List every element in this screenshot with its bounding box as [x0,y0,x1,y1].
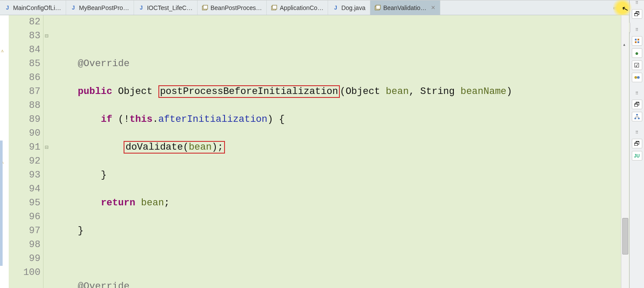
junit-view-button[interactable]: JU [632,151,642,161]
tab-label: MyBeanPostPro… [79,4,129,11]
fold-toggle[interactable]: ⊟ [44,29,50,43]
line-number: 89 [9,113,40,127]
tab-label: ApplicationCo… [280,4,323,11]
line-number: 86 [9,71,40,85]
code-line[interactable]: doValidate(bean); [50,141,629,154]
drag-handle-icon[interactable]: ⠿ [635,93,638,97]
tab-tools: ▭ 🗗 ↖ Close [613,0,629,15]
line-number: 95 [9,196,40,210]
svg-rect-3 [272,5,277,9]
code-lines[interactable]: @Override public Object postProcessBefor… [50,15,629,288]
line-number: 83 [9,29,40,43]
class-file-icon [271,5,277,11]
code-line[interactable]: } [50,224,629,238]
svg-rect-1 [203,5,208,9]
svg-point-11 [637,76,640,79]
editor-area: J MainConfigOfLi… J MyBeanPostPro… J IOC… [0,0,629,288]
class-file-icon [375,5,381,11]
tab-ioctest[interactable]: J IOCTest_LifeC… [134,0,198,15]
java-file-icon: J [332,5,339,11]
code-line[interactable]: } [50,168,629,182]
drag-handle-icon[interactable]: ⠿ [635,2,638,7]
line-number: 99 [9,252,40,266]
line-number: 88 [9,99,40,113]
editor-tabbar: J MainConfigOfLi… J MyBeanPostPro… J IOC… [0,0,629,15]
line-number: 85 [9,57,40,71]
svg-rect-5 [376,5,380,9]
code-line[interactable] [50,252,629,266]
svg-rect-9 [637,41,639,43]
line-number: 90 [9,127,40,141]
code-line[interactable]: @Override [50,57,629,71]
svg-rect-8 [635,41,637,43]
svg-rect-7 [637,39,639,40]
line-number: 98 [9,238,40,252]
line-number: 87 [9,85,40,99]
tab-beanvalidation-class[interactable]: BeanValidatio… ✕ [370,0,440,15]
tab-mybeanpost[interactable]: J MyBeanPostPro… [66,0,134,15]
code-line[interactable]: return bean; [50,196,629,210]
tab-label: BeanValidatio… [383,4,426,11]
maximize-icon[interactable]: 🗗 [621,5,626,11]
scrollbar-thumb[interactable] [622,218,628,255]
line-number: 93 [9,168,40,182]
code-editor[interactable]: ⚠ ⚠ 82 83 84 85 86 87 88 89 90 91 92 93 … [0,15,629,288]
tasks-view-button[interactable]: ☑ [632,60,642,70]
svg-rect-14 [638,118,640,119]
svg-rect-6 [635,39,637,40]
code-line[interactable]: if (!this.afterInitialization) { [50,113,629,127]
svg-rect-12 [636,114,638,115]
drag-handle-icon[interactable]: ⠿ [635,132,638,136]
main-area: J MainConfigOfLi… J MyBeanPostPro… J IOC… [0,0,644,288]
drag-handle-icon[interactable]: ⠿ [635,29,638,33]
java-file-icon: J [138,5,144,11]
tab-mainconfig[interactable]: J MainConfigOfLi… [0,0,66,15]
line-number: 94 [9,182,40,196]
scroll-up-icon[interactable]: ▴ [623,38,626,52]
vertical-scrollbar[interactable]: ▴ [621,15,629,288]
line-number: 96 [9,210,40,224]
marker-margin: ⚠ ⚠ [0,15,9,288]
line-number: 97 [9,224,40,238]
restore-view-button[interactable]: 🗗 [632,9,642,19]
change-segment [0,141,3,266]
java-file-icon: J [70,5,77,11]
right-trim-bar: ⠿ 🗗 ⠿ ● ☑ ⠿ 🗗 ⠿ 🗗 JU [629,0,644,288]
hierarchy-view-button[interactable] [632,112,642,121]
fold-toggle[interactable]: ⊟ [44,141,50,154]
java-file-icon: J [4,5,10,11]
line-number: 84 [9,43,40,57]
tab-label: Dog.java [341,4,365,11]
class-file-icon [202,5,208,11]
restore-view-button[interactable]: 🗗 [632,139,642,148]
tab-beanpostproc-class[interactable]: BeanPostProces… [198,0,267,15]
code-line[interactable]: public Object postProcessBeforeInitializ… [50,85,629,99]
line-number: 82 [9,15,40,29]
run-view-button[interactable]: ● [632,48,642,58]
line-number: 92 [9,154,40,168]
warning-icon: ⚠ [1,44,4,58]
code-line[interactable]: @Override [50,280,629,288]
tab-appcontext-class[interactable]: ApplicationCo… [267,0,328,15]
fold-column: ⊟ ⊟ [44,15,50,288]
tab-label: MainConfigOfLi… [13,4,61,11]
highlight-box: doValidate(bean); [124,141,225,154]
minimize-icon[interactable]: ▭ [613,5,618,11]
restore-view-button[interactable]: 🗗 [632,100,642,109]
close-icon[interactable]: ✕ [431,4,436,11]
svg-point-10 [634,76,637,79]
tab-label: BeanPostProces… [211,4,262,11]
highlight-box: postProcessBeforeInitialization [158,85,340,98]
outline-view-button[interactable] [632,36,642,46]
svg-rect-13 [634,118,636,119]
line-number: 91 [9,141,40,154]
line-number-gutter: 82 83 84 85 86 87 88 89 90 91 92 93 94 9… [9,15,44,288]
tab-label: IOCTest_LifeC… [147,4,193,11]
tab-dog-java[interactable]: J Dog.java [328,0,370,15]
line-number: 100 [9,266,40,280]
markers-view-button[interactable] [632,73,642,82]
code-line[interactable] [50,29,629,43]
